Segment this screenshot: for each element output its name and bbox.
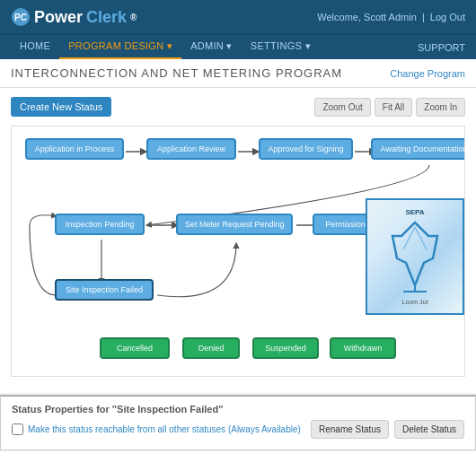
node-approved-for-signing[interactable]: Approved for Signing <box>259 138 353 160</box>
header: PC PowerClerk® Welcome, Scott Admin | Lo… <box>0 0 476 34</box>
svg-marker-8 <box>392 223 437 285</box>
zoom-controls: Zoom Out Fit All Zoom In <box>314 98 465 117</box>
status-properties-panel: Status Properties for "Site Inspection F… <box>0 395 476 450</box>
nav-left: HOME PROGRAM DESIGN ▾ ADMIN ▾ SETTINGS ▾ <box>11 35 320 59</box>
node-site-inspection-failed[interactable]: Site Inspection Failed <box>55 279 154 301</box>
nav-support: SUPPORT <box>418 37 465 58</box>
rename-status-button[interactable]: Rename Status <box>311 420 389 439</box>
node-inspection-pending[interactable]: Inspection Pending <box>55 214 145 235</box>
create-status-button[interactable]: Create New Status <box>11 97 111 117</box>
always-available-checkbox[interactable] <box>12 423 23 435</box>
logo: PC PowerClerk® <box>11 7 137 27</box>
legend-row: Always Available Conditionally Available… <box>0 450 476 454</box>
page-title: INTERCONNECTION AND NET METERING PROGRAM <box>11 66 342 80</box>
welcome-text: Welcome, Scott Admin <box>317 12 416 22</box>
nav-program-design[interactable]: PROGRAM DESIGN ▾ <box>59 35 181 59</box>
logout-link[interactable]: Log Out <box>430 12 465 22</box>
trophy-icon <box>383 218 446 299</box>
zoom-out-button[interactable]: Zoom Out <box>314 98 370 117</box>
header-user-area: Welcome, Scott Admin | Log Out <box>317 12 465 22</box>
status-action-buttons: Rename Status Delete Status <box>311 420 464 439</box>
nav-bar: HOME PROGRAM DESIGN ▾ ADMIN ▾ SETTINGS ▾… <box>0 34 476 59</box>
logo-power: Power <box>34 8 83 27</box>
main-content: Create New Status Zoom Out Fit All Zoom … <box>0 88 476 393</box>
node-set-meter-request-pending[interactable]: Set Meter Request Pending <box>176 214 293 235</box>
status-props-row: Make this status reachable from all othe… <box>12 420 464 439</box>
node-suspended[interactable]: Suspended <box>252 337 319 359</box>
change-program-link[interactable]: Change Program <box>390 68 465 79</box>
logo-tm: ® <box>130 13 137 22</box>
node-awaiting-documentation[interactable]: Awaiting Documentation <box>371 138 465 160</box>
trophy-text: Loom Jut <box>399 299 432 305</box>
svg-line-12 <box>403 227 415 249</box>
delete-status-button[interactable]: Delete Status <box>394 420 464 439</box>
nav-settings[interactable]: SETTINGS ▾ <box>242 35 320 59</box>
nav-admin[interactable]: ADMIN ▾ <box>181 35 242 59</box>
logo-icon: PC <box>11 7 31 27</box>
logo-clerk: Clerk <box>86 8 127 27</box>
nav-home[interactable]: HOME <box>11 35 59 59</box>
always-available-checkbox-row: Make this status reachable from all othe… <box>12 423 301 435</box>
trophy-overlay: SEPA Loom Jut <box>366 198 464 315</box>
node-application-review[interactable]: Application Review <box>146 138 236 160</box>
toolbar: Create New Status Zoom Out Fit All Zoom … <box>11 97 465 117</box>
fit-all-button[interactable]: Fit All <box>375 98 412 117</box>
separator: | <box>422 12 425 22</box>
sepa-label: SEPA <box>405 208 424 216</box>
zoom-in-button[interactable]: Zoom In <box>416 98 465 117</box>
always-available-label: Make this status reachable from all othe… <box>28 424 301 434</box>
node-denied[interactable]: Denied <box>182 337 240 359</box>
node-withdrawn[interactable]: Withdrawn <box>330 337 396 359</box>
flow-diagram: Application in Process Application Revie… <box>11 126 465 377</box>
node-cancelled[interactable]: Cancelled <box>100 337 170 359</box>
svg-line-11 <box>415 227 427 249</box>
svg-text:PC: PC <box>14 13 27 22</box>
status-props-title: Status Properties for "Site Inspection F… <box>12 404 464 415</box>
page-title-area: INTERCONNECTION AND NET METERING PROGRAM… <box>0 59 476 88</box>
node-application-in-process[interactable]: Application in Process <box>25 138 124 160</box>
